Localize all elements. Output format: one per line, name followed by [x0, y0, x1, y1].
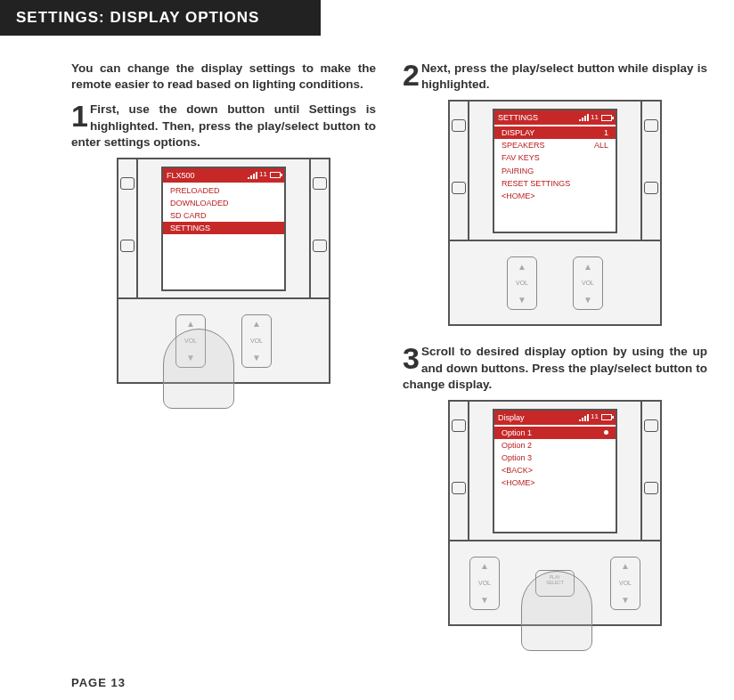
intro-text: You can change the display settings to m…	[71, 61, 376, 93]
vol-down-button: ▲ VOL ▼	[469, 557, 500, 610]
column-right: 2 Next, press the play/select button whi…	[403, 61, 707, 644]
chevron-up-icon: ▲	[480, 560, 489, 573]
menu-item: <BACK>	[500, 464, 610, 476]
menu-item-highlighted: Option 1	[494, 427, 616, 439]
chevron-up-icon: ▲	[252, 318, 261, 330]
battery-icon	[601, 414, 612, 420]
screen-2-title: SETTINGS	[498, 112, 538, 123]
chevron-down-icon: ▼	[480, 594, 489, 606]
menu-item-highlighted: SETTINGS	[163, 222, 284, 234]
remote-illustration-1: FLX500 11 PRELOADED DOWNLOADED SD CARD	[117, 158, 330, 384]
menu-item: Option 2	[500, 439, 610, 452]
battery-icon	[601, 115, 612, 121]
screen-1: FLX500 11 PRELOADED DOWNLOADED SD CARD	[161, 167, 286, 291]
remote-illustration-2: SETTINGS 11 DISPLAY1 SPEAKERSALL	[448, 100, 662, 326]
menu-item: <HOME>	[500, 190, 610, 202]
signal-icon	[248, 172, 257, 179]
signal-icon	[579, 114, 588, 121]
chevron-up-icon: ▲	[583, 261, 592, 273]
menu-item-highlighted: DISPLAY1	[494, 126, 616, 139]
vol-up-button: ▲ VOL ▼	[573, 256, 603, 310]
step-1-text: 1 First, use the down button until Setti…	[71, 102, 376, 151]
vol-down-button: ▲ VOL ▼	[507, 256, 537, 310]
menu-item: Option 3	[500, 452, 610, 464]
vol-up-button: ▲ VOL ▼	[241, 314, 272, 368]
step-2-text: 2 Next, press the play/select button whi…	[403, 61, 707, 93]
screen-2: SETTINGS 11 DISPLAY1 SPEAKERSALL	[493, 109, 617, 233]
thumb-icon	[521, 571, 592, 651]
chevron-up-icon: ▲	[621, 560, 630, 573]
screen-3: Display 11 Option 1 Option 2	[493, 409, 617, 533]
battery-icon	[270, 172, 281, 178]
step-3-text: 3 Scroll to desired display option by us…	[403, 344, 707, 393]
page-header: SETTINGS: DISPLAY OPTIONS	[0, 0, 321, 36]
menu-item: PAIRING	[500, 165, 610, 177]
screen-1-title: FLX500	[167, 170, 195, 181]
vol-up-button: ▲ VOL ▼	[610, 557, 640, 610]
content-columns: You can change the display settings to m…	[0, 36, 734, 644]
step-3-number: 3	[403, 346, 420, 371]
signal-icon	[579, 414, 588, 421]
thumb-icon	[163, 329, 234, 409]
button-panel-1: ▲ VOL ▼ ▲ VOL ▼	[118, 297, 329, 382]
screen-3-status-num: 11	[591, 412, 599, 422]
step-1-number: 1	[71, 103, 88, 129]
step-2-number: 2	[403, 62, 420, 88]
chevron-up-icon: ▲	[518, 261, 526, 273]
menu-item: SPEAKERSALL	[500, 139, 610, 151]
chevron-down-icon: ▼	[621, 594, 630, 606]
screen-2-status-num: 11	[591, 113, 599, 123]
screen-1-status-num: 11	[259, 170, 267, 180]
column-left: You can change the display settings to m…	[71, 61, 376, 644]
chevron-down-icon: ▼	[583, 294, 592, 306]
menu-item: DOWNLOADED	[168, 197, 279, 209]
page-number: PAGE 13	[71, 676, 126, 689]
screen-3-title: Display	[498, 412, 525, 423]
chevron-down-icon: ▼	[252, 352, 261, 364]
menu-item: PRELOADED	[168, 184, 279, 197]
menu-item: FAV KEYS	[500, 151, 610, 164]
remote-illustration-3: Display 11 Option 1 Option 2	[448, 400, 662, 626]
selected-dot-icon	[604, 430, 608, 435]
menu-item: SD CARD	[168, 209, 279, 222]
menu-item: <HOME>	[500, 476, 610, 489]
menu-item: RESET SETTINGS	[500, 177, 610, 190]
button-panel-3: ▲ VOL ▼ PLAY SELECT ▲ VOL ▼	[450, 540, 660, 624]
button-panel-2: ▲ VOL ▼ ▲ VOL ▼	[450, 240, 660, 324]
chevron-down-icon: ▼	[518, 294, 526, 306]
